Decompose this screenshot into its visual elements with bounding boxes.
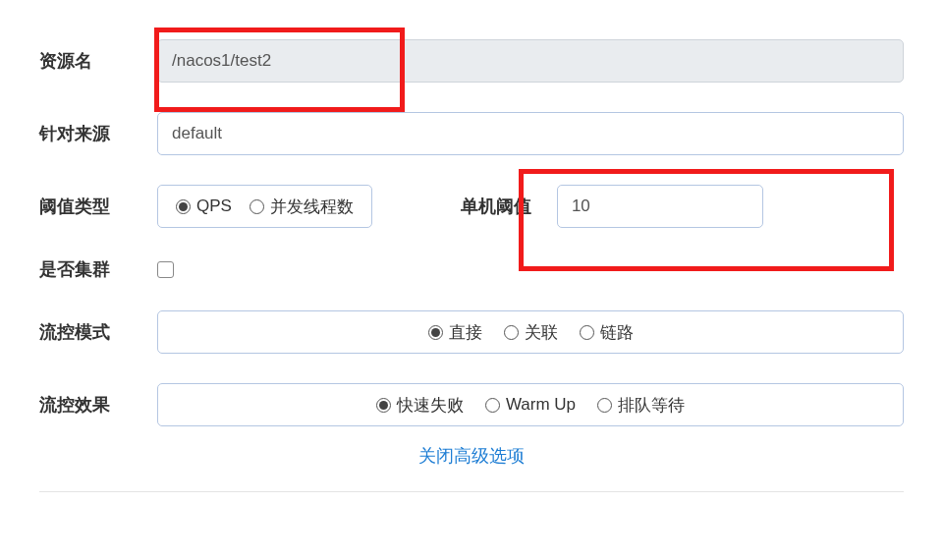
flow-effect-option-fastfail[interactable]: 快速失败	[376, 394, 464, 417]
radio-label: 排队等待	[618, 394, 685, 417]
single-threshold-input[interactable]	[557, 185, 763, 228]
flow-mode-group: 直接 关联 链路	[157, 310, 904, 354]
row-resource: 资源名	[39, 39, 904, 83]
label-source: 针对来源	[39, 122, 157, 145]
radio-icon	[597, 398, 612, 413]
radio-icon	[428, 325, 443, 340]
flow-effect-option-queue[interactable]: 排队等待	[597, 394, 685, 417]
radio-icon	[504, 325, 519, 340]
row-cluster: 是否集群	[39, 257, 904, 281]
resource-input	[157, 39, 904, 83]
label-resource: 资源名	[39, 49, 157, 73]
label-flow-effect: 流控效果	[39, 393, 157, 417]
radio-label: 并发线程数	[270, 196, 354, 218]
source-input[interactable]	[157, 112, 904, 155]
threshold-type-group: QPS 并发线程数	[157, 185, 372, 228]
flow-mode-option-relate[interactable]: 关联	[504, 321, 558, 344]
row-threshold: 阈值类型 QPS 并发线程数 单机阈值	[39, 185, 904, 228]
close-advanced-link[interactable]: 关闭高级选项	[418, 446, 525, 466]
divider	[39, 491, 904, 492]
radio-label: Warm Up	[506, 395, 576, 415]
radio-icon	[485, 398, 500, 413]
threshold-type-option-qps[interactable]: QPS	[176, 196, 232, 216]
flow-effect-group: 快速失败 Warm Up 排队等待	[157, 383, 904, 426]
label-single-threshold: 单机阈值	[461, 195, 531, 218]
label-cluster: 是否集群	[39, 257, 157, 281]
radio-label: 链路	[600, 321, 634, 344]
flow-mode-option-direct[interactable]: 直接	[428, 321, 482, 344]
radio-label: 关联	[525, 321, 558, 344]
advanced-toggle-row: 关闭高级选项	[39, 444, 904, 468]
radio-label: 直接	[449, 321, 482, 344]
row-source: 针对来源	[39, 112, 904, 155]
radio-icon	[376, 398, 391, 413]
threshold-type-option-thread[interactable]: 并发线程数	[250, 196, 354, 218]
radio-label: QPS	[196, 196, 232, 216]
flow-effect-option-warmup[interactable]: Warm Up	[485, 395, 576, 415]
cluster-checkbox[interactable]	[157, 261, 174, 278]
radio-icon	[250, 199, 264, 214]
radio-icon	[176, 199, 191, 214]
label-threshold-type: 阈值类型	[39, 195, 157, 218]
row-flow-mode: 流控模式 直接 关联 链路	[39, 310, 904, 354]
row-flow-effect: 流控效果 快速失败 Warm Up 排队等待	[39, 383, 904, 426]
flow-mode-option-chain[interactable]: 链路	[580, 321, 634, 344]
radio-label: 快速失败	[397, 394, 464, 417]
radio-icon	[580, 325, 594, 340]
label-flow-mode: 流控模式	[39, 320, 157, 344]
flow-rule-form: 资源名 针对来源 阈值类型 QPS 并发线	[10, 10, 933, 512]
